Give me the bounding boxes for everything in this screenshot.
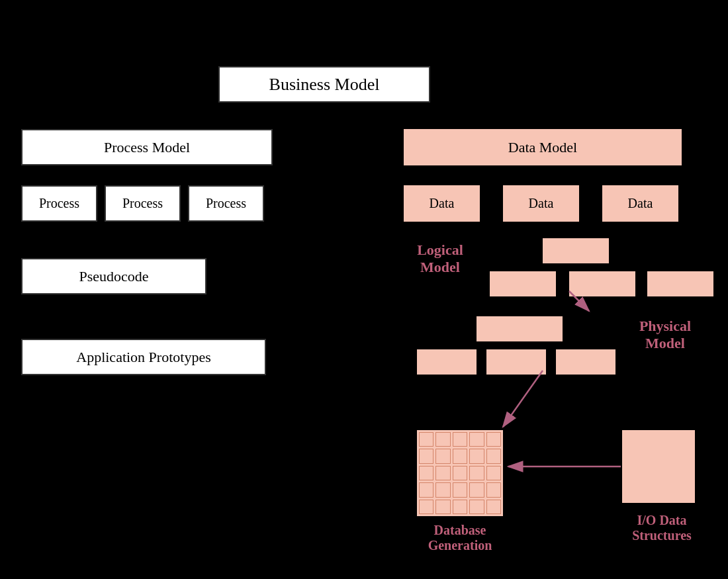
process-box-2: Process	[105, 185, 181, 222]
logical-box-mid-3	[647, 271, 713, 296]
grid-cell	[435, 482, 450, 497]
logical-model-label: LogicalModel	[404, 242, 477, 276]
grid-cell	[419, 466, 433, 480]
physical-box-top-1	[477, 316, 563, 341]
physical-box-bot-3	[556, 349, 615, 375]
grid-cell	[469, 466, 484, 480]
grid-cell	[486, 449, 501, 463]
grid-cell	[453, 449, 467, 463]
grid-cell	[453, 432, 467, 447]
svg-line-2	[503, 371, 543, 427]
grid-cell	[486, 482, 501, 497]
grid-cell	[469, 449, 484, 463]
database-generation-label: DatabaseGeneration	[397, 523, 523, 553]
process-box-1: Process	[21, 185, 97, 222]
logical-box-mid-2	[569, 271, 635, 296]
grid-cell	[469, 432, 484, 447]
grid-cell	[435, 466, 450, 480]
grid-cell	[486, 466, 501, 480]
logical-box-mid-1	[490, 271, 556, 296]
grid-cell	[469, 500, 484, 514]
physical-box-bot-2	[486, 349, 546, 375]
diagram-container: Business Model Process Model Process Pro…	[0, 0, 728, 579]
grid-cell	[419, 449, 433, 463]
physical-box-bot-1	[417, 349, 477, 375]
io-data-label: I/O DataStructures	[609, 513, 715, 543]
grid-cell	[419, 482, 433, 497]
logical-box-top-1	[543, 238, 609, 263]
grid-cell	[435, 449, 450, 463]
grid-cell	[419, 432, 433, 447]
data-box-3: Data	[602, 185, 678, 222]
data-box-1: Data	[404, 185, 480, 222]
grid-cell	[435, 500, 450, 514]
io-data-box	[622, 430, 695, 503]
grid-cell	[469, 482, 484, 497]
grid-cell	[419, 500, 433, 514]
app-prototypes-box: Application Prototypes	[21, 339, 266, 375]
process-model-box: Process Model	[21, 129, 273, 165]
grid-cell	[453, 500, 467, 514]
grid-cell	[435, 432, 450, 447]
business-model-box: Business Model	[218, 66, 430, 103]
grid-cell	[453, 466, 467, 480]
process-box-3: Process	[188, 185, 264, 222]
grid-cell	[486, 432, 501, 447]
physical-model-label: PhysicalModel	[622, 318, 708, 352]
grid-cell	[453, 482, 467, 497]
pseudocode-box: Pseudocode	[21, 258, 206, 294]
data-model-box: Data Model	[404, 129, 682, 165]
grid-cell	[486, 500, 501, 514]
data-box-2: Data	[503, 185, 579, 222]
database-generation-grid	[417, 430, 503, 516]
